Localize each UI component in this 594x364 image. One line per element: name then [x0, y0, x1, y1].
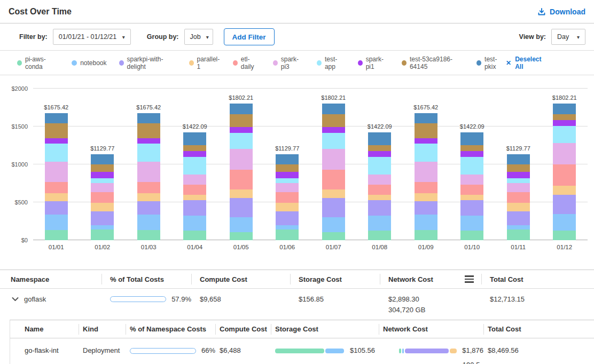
bar-segment-sparkpi-with-delight[interactable]	[276, 211, 299, 225]
bar-segment-test-pkix[interactable]	[137, 113, 160, 123]
bar-segment-test-pkix[interactable]	[553, 104, 576, 114]
bar-segment-etl-daily[interactable]	[415, 182, 437, 193]
bar-segment-spark-pi1[interactable]	[276, 172, 299, 178]
legend-item-test-pkix[interactable]: test-pkix	[476, 56, 506, 70]
bar-segment-spark-pi1[interactable]	[137, 138, 160, 144]
legend-item-parallel-1[interactable]: parallel-1	[189, 56, 221, 70]
bar-segment-parallel-1[interactable]	[322, 189, 345, 199]
view-by-select[interactable]: Day ▾	[551, 29, 585, 45]
bar-segment-spark-pi3[interactable]	[276, 183, 299, 192]
bar-segment-pi-aws-conda[interactable]	[368, 231, 391, 240]
bar-segment-etl-daily[interactable]	[137, 182, 160, 193]
column-menu-icon[interactable]	[465, 275, 474, 282]
bar-segment-test-app[interactable]	[45, 144, 68, 162]
bar-segment-pi-aws-conda[interactable]	[45, 230, 68, 240]
bar-segment-test-53ca9186-64145[interactable]	[276, 164, 299, 172]
bar-segment-notebook[interactable]	[415, 215, 437, 230]
bar-segment-etl-daily[interactable]	[553, 164, 576, 186]
legend-item-test-app[interactable]: test-app	[317, 56, 346, 70]
bar-segment-spark-pi3[interactable]	[553, 143, 576, 164]
legend-item-etl-daily[interactable]: etl-daily	[233, 56, 261, 70]
bar-segment-test-app[interactable]	[368, 157, 391, 175]
bar-segment-parallel-1[interactable]	[415, 193, 437, 201]
bar-segment-sparkpi-with-delight[interactable]	[553, 195, 576, 214]
bar-segment-spark-pi1[interactable]	[460, 151, 483, 157]
bar-segment-test-pkix[interactable]	[183, 132, 206, 145]
bar-segment-spark-pi3[interactable]	[322, 149, 345, 170]
bar-segment-test-pkix[interactable]	[507, 154, 530, 164]
bar-segment-notebook[interactable]	[45, 215, 68, 230]
bar-segment-spark-pi3[interactable]	[183, 175, 206, 185]
bar-segment-etl-daily[interactable]	[368, 185, 391, 195]
bar-segment-etl-daily[interactable]	[507, 192, 530, 203]
bar-segment-test-pkix[interactable]	[91, 154, 114, 164]
bar-segment-spark-pi3[interactable]	[460, 175, 483, 185]
legend-item-sparkpi-with-delight[interactable]: sparkpi-with-delight	[119, 56, 177, 70]
bar-segment-spark-pi1[interactable]	[553, 120, 576, 126]
bar-segment-spark-pi1[interactable]	[183, 151, 206, 157]
bar-segment-test-app[interactable]	[183, 157, 206, 175]
bar-segment-etl-daily[interactable]	[460, 185, 483, 195]
bar-segment-notebook[interactable]	[183, 216, 206, 231]
bar-segment-spark-pi3[interactable]	[91, 183, 114, 192]
bar-segment-test-app[interactable]	[460, 157, 483, 175]
bar-segment-sparkpi-with-delight[interactable]	[507, 211, 530, 225]
collapse-chevron-icon[interactable]	[12, 297, 19, 302]
bar-segment-spark-pi3[interactable]	[230, 149, 253, 170]
deselect-all-button[interactable]: ✕ Deselect All	[506, 56, 548, 70]
bar-segment-test-app[interactable]	[507, 178, 530, 183]
bar-segment-pi-aws-conda[interactable]	[183, 231, 206, 240]
legend-item-spark-pi3[interactable]: spark-pi3	[273, 56, 304, 70]
legend-item-pi-aws-conda[interactable]: pi-aws-conda	[17, 56, 59, 70]
bar-segment-test-app[interactable]	[91, 178, 114, 183]
bar-segment-test-pkix[interactable]	[415, 113, 437, 123]
bar-segment-notebook[interactable]	[553, 214, 576, 231]
bar-segment-sparkpi-with-delight[interactable]	[415, 201, 437, 215]
bar-segment-parallel-1[interactable]	[553, 186, 576, 195]
bar-segment-pi-aws-conda[interactable]	[415, 230, 437, 240]
bar-segment-test-53ca9186-64145[interactable]	[507, 164, 530, 172]
bar-segment-test-53ca9186-64145[interactable]	[415, 123, 437, 138]
bar-segment-spark-pi1[interactable]	[91, 172, 114, 178]
bar-segment-sparkpi-with-delight[interactable]	[183, 200, 206, 216]
bar-segment-etl-daily[interactable]	[322, 170, 345, 189]
bar-segment-test-app[interactable]	[415, 144, 437, 162]
bar-segment-notebook[interactable]	[507, 225, 530, 230]
bar-segment-spark-pi1[interactable]	[507, 172, 530, 178]
bar-segment-parallel-1[interactable]	[45, 193, 68, 201]
bar-segment-test-app[interactable]	[276, 178, 299, 183]
bar-segment-spark-pi3[interactable]	[415, 162, 437, 182]
bar-segment-sparkpi-with-delight[interactable]	[460, 200, 483, 216]
bar-segment-spark-pi3[interactable]	[507, 183, 530, 192]
bar-segment-notebook[interactable]	[230, 217, 253, 232]
bar-segment-spark-pi1[interactable]	[368, 151, 391, 157]
bar-segment-sparkpi-with-delight[interactable]	[45, 201, 68, 215]
bar-segment-test-app[interactable]	[322, 133, 345, 149]
bar-segment-parallel-1[interactable]	[276, 203, 299, 212]
bar-segment-spark-pi1[interactable]	[322, 127, 345, 133]
bar-segment-etl-daily[interactable]	[230, 170, 253, 189]
bar-segment-sparkpi-with-delight[interactable]	[137, 201, 160, 215]
bar-segment-test-pkix[interactable]	[368, 132, 391, 145]
legend-item-notebook[interactable]: notebook	[72, 59, 106, 67]
bar-segment-parallel-1[interactable]	[507, 203, 530, 212]
bar-segment-test-53ca9186-64145[interactable]	[91, 164, 114, 172]
bar-segment-spark-pi1[interactable]	[230, 127, 253, 133]
bar-segment-pi-aws-conda[interactable]	[276, 230, 299, 240]
bar-segment-test-53ca9186-64145[interactable]	[45, 123, 68, 138]
bar-segment-test-pkix[interactable]	[322, 104, 345, 114]
bar-segment-etl-daily[interactable]	[45, 182, 68, 193]
bar-segment-pi-aws-conda[interactable]	[322, 232, 345, 240]
bar-segment-test-53ca9186-64145[interactable]	[183, 145, 206, 151]
bar-segment-parallel-1[interactable]	[368, 195, 391, 200]
bar-segment-pi-aws-conda[interactable]	[553, 231, 576, 240]
bar-segment-spark-pi1[interactable]	[45, 138, 68, 144]
bar-segment-test-app[interactable]	[230, 133, 253, 149]
bar-segment-pi-aws-conda[interactable]	[91, 230, 114, 240]
bar-segment-spark-pi3[interactable]	[368, 175, 391, 185]
bar-segment-test-53ca9186-64145[interactable]	[322, 114, 345, 126]
bar-segment-notebook[interactable]	[137, 215, 160, 230]
bar-segment-notebook[interactable]	[460, 216, 483, 231]
bar-segment-notebook[interactable]	[276, 225, 299, 230]
legend-item-test-53ca9186-64145[interactable]: test-53ca9186-64145	[402, 56, 464, 70]
